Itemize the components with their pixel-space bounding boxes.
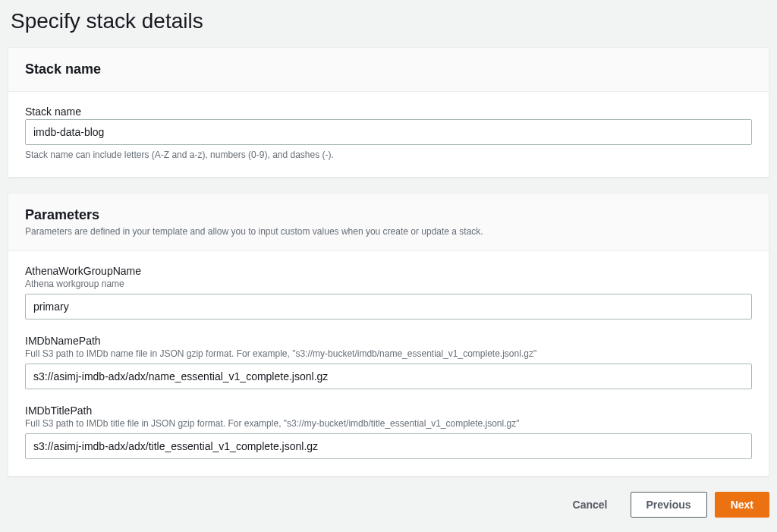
imdb-name-path-field: IMDbNamePath Full S3 path to IMDb name f… (25, 335, 752, 389)
next-button[interactable]: Next (715, 492, 769, 518)
imdb-title-path-field: IMDbTitlePath Full S3 path to IMDb title… (25, 405, 752, 459)
stack-name-help: Stack name can include letters (A-Z and … (25, 150, 752, 160)
parameters-card: Parameters Parameters are defined in you… (8, 193, 769, 477)
stack-name-header: Stack name (8, 48, 769, 92)
parameters-header: Parameters Parameters are defined in you… (8, 194, 769, 251)
imdb-name-path-desc: Full S3 path to IMDb name file in JSON g… (25, 348, 752, 359)
cancel-button[interactable]: Cancel (558, 493, 623, 517)
imdb-name-path-input[interactable] (25, 364, 752, 389)
athena-workgroup-field: AthenaWorkGroupName Athena workgroup nam… (25, 265, 752, 320)
stack-name-field: Stack name Stack name can include letter… (25, 105, 752, 160)
parameters-section-title: Parameters (25, 207, 752, 223)
parameters-subtitle: Parameters are defined in your template … (25, 226, 752, 237)
athena-workgroup-label: AthenaWorkGroupName (25, 265, 752, 277)
page-title: Specify stack details (0, 0, 777, 47)
athena-workgroup-input[interactable] (25, 294, 752, 320)
stack-name-card: Stack name Stack name Stack name can inc… (8, 47, 769, 178)
previous-button[interactable]: Previous (631, 492, 707, 518)
stack-name-input[interactable] (25, 119, 752, 145)
athena-workgroup-desc: Athena workgroup name (25, 279, 752, 289)
imdb-title-path-label: IMDbTitlePath (25, 405, 752, 417)
imdb-title-path-desc: Full S3 path to IMDb title file in JSON … (25, 418, 752, 429)
imdb-title-path-input[interactable] (25, 433, 752, 459)
footer-actions: Cancel Previous Next (0, 492, 777, 527)
imdb-name-path-label: IMDbNamePath (25, 335, 752, 347)
stack-name-section-title: Stack name (25, 61, 752, 77)
stack-name-label: Stack name (25, 105, 752, 118)
